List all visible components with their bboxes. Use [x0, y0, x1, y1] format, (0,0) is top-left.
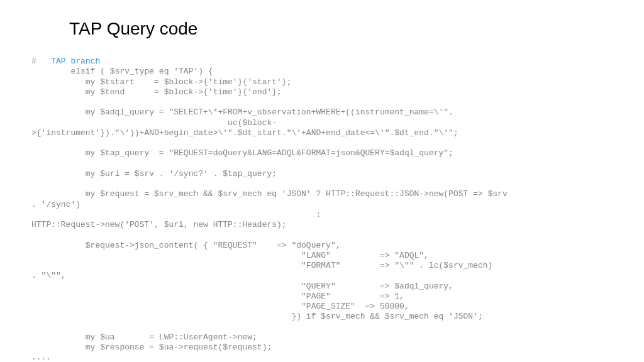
- slide: TAP Query code # TAP branch elsif ( $srv…: [0, 0, 644, 362]
- code-comment-hash: #: [31, 57, 51, 66]
- code-comment-text: TAP branch: [51, 57, 100, 66]
- code-block: # TAP branch elsif ( $srv_type eq 'TAP')…: [31, 57, 613, 362]
- page-title: TAP Query code: [69, 19, 613, 39]
- code-body: elsif ( $srv_type eq 'TAP') { my $tstart…: [31, 67, 508, 362]
